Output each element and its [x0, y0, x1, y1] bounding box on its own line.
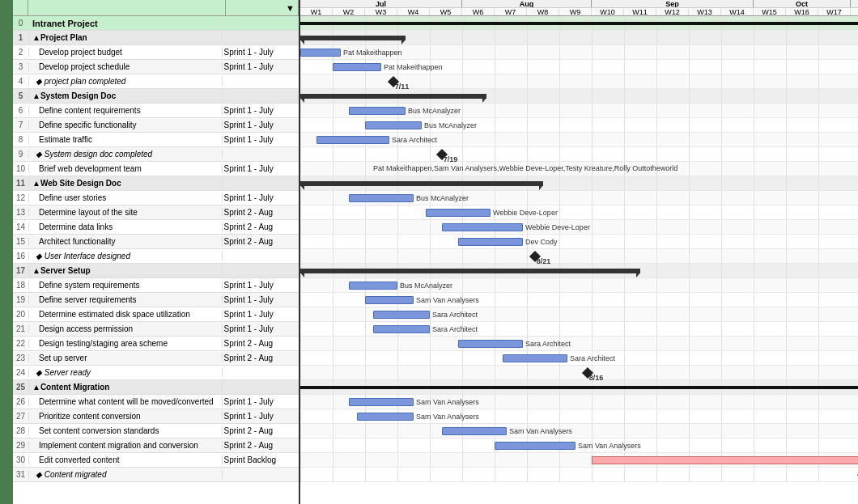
- task-name-cell: Design access permission: [29, 324, 223, 333]
- week-label: W1: [300, 8, 333, 15]
- task-row: 26Determine what content will be moved/c…: [13, 395, 299, 409]
- row-number: 20: [13, 310, 29, 319]
- row-number: 24: [13, 368, 29, 377]
- task-row: 20Determine estimated disk space utiliza…: [13, 307, 299, 322]
- task-name-cell: Implement content migration and conversi…: [29, 441, 223, 450]
- gantt-row-bg: [300, 104, 858, 118]
- sprint-cell: Sprint 1 - July: [223, 62, 299, 71]
- task-row: 30Edit converted contentSprint Backlog: [13, 453, 299, 468]
- task-name-header: [28, 0, 226, 15]
- week-label: W14: [721, 8, 754, 15]
- sprint-cell: Sprint Backlog: [223, 455, 299, 464]
- row-number: 22: [13, 339, 29, 348]
- task-name-cell: Edit converted content: [29, 455, 223, 464]
- row-number: 9: [13, 150, 29, 159]
- row-number: 23: [13, 354, 29, 362]
- task-name-cell: Set up server: [29, 354, 223, 362]
- task-name-cell: Determine data links: [29, 222, 223, 231]
- task-rows-container: 0Intranet Project1▲Project Plan2Develop …: [13, 16, 299, 482]
- task-row: 29Implement content migration and conver…: [13, 438, 299, 453]
- row-number: 1: [13, 33, 29, 42]
- row-number: 0: [13, 19, 29, 28]
- gantt-row-bg: [300, 438, 858, 453]
- row-number: 17: [13, 266, 29, 275]
- week-label: W4: [397, 8, 430, 15]
- week-label: W11: [624, 8, 656, 15]
- task-row: 23Set up serverSprint 2 - Aug: [13, 351, 299, 366]
- task-row: 15Architect functionalitySprint 2 - Aug: [13, 235, 299, 249]
- month-label: Jul: [300, 0, 462, 7]
- row-number: 29: [13, 441, 29, 450]
- row-number: 8: [13, 135, 29, 144]
- gantt-row-bg: [300, 468, 858, 482]
- gantt-row-bg: [300, 191, 858, 205]
- sprints-dropdown-icon: ▼: [286, 3, 295, 13]
- task-name-cell: Define specific functionality: [29, 121, 223, 129]
- task-row: 5▲System Design Doc: [13, 89, 299, 104]
- sprint-cell: Sprint 2 - Aug: [223, 354, 299, 362]
- row-number: 10: [13, 164, 29, 173]
- task-name-cell: ▲Server Setup: [29, 266, 223, 275]
- gantt-month-header: JulAugSepOct: [300, 0, 858, 8]
- task-row: 2Develop project budgetSprint 1 - July: [13, 45, 299, 60]
- task-row: 9◆ System design doc completed: [13, 147, 299, 162]
- row-number: 27: [13, 412, 29, 421]
- gantt-row-bg: [300, 162, 858, 176]
- sprint-cell: Sprint 1 - July: [223, 295, 299, 304]
- sprint-cell: Sprint 2 - Aug: [223, 237, 299, 246]
- task-row: 17▲Server Setup: [13, 264, 299, 278]
- task-table: ▼ 0Intranet Project1▲Project Plan2Develo…: [13, 0, 300, 504]
- gantt-row-bg: [300, 118, 858, 133]
- task-row: 31◆ Content migrated: [13, 468, 299, 482]
- task-row: 3Develop project scheduleSprint 1 - July: [13, 60, 299, 74]
- task-row: 18Define system requirementsSprint 1 - J…: [13, 278, 299, 293]
- row-number: 11: [13, 179, 29, 188]
- row-number: 4: [13, 77, 29, 86]
- gantt-row-bg: [300, 278, 858, 293]
- gantt-row-bg: [300, 249, 858, 264]
- gantt-row-bg: [300, 366, 858, 380]
- task-row: 11▲Web Site Design Doc: [13, 176, 299, 191]
- week-label: W13: [689, 8, 721, 15]
- task-name-cell: Develop project schedule: [29, 62, 223, 71]
- week-label: W7: [495, 8, 527, 15]
- month-label: Oct: [754, 0, 851, 7]
- task-row: 25▲Content Migration: [13, 380, 299, 395]
- week-label: W10: [592, 8, 624, 15]
- task-name-cell: ◆ System design doc completed: [29, 150, 223, 159]
- task-row: 22Design testing/staging area schemeSpri…: [13, 337, 299, 351]
- gantt-row-bg: [300, 220, 858, 235]
- sprint-cell: Sprint 2 - Aug: [223, 426, 299, 435]
- sprint-cell: Sprint 2 - Aug: [223, 339, 299, 348]
- gantt-row-bg: [300, 205, 858, 220]
- week-label: W15: [754, 8, 786, 15]
- sprint-cell: Sprint 1 - July: [223, 412, 299, 421]
- task-name-cell: Determine estimated disk space utilizati…: [29, 310, 223, 319]
- gantt-row-bg: [300, 16, 858, 31]
- week-label: W12: [656, 8, 689, 15]
- gantt-row-bg: [300, 322, 858, 337]
- task-name-cell: Design testing/staging area scheme: [29, 339, 223, 348]
- week-label: W5: [430, 8, 462, 15]
- row-number: 28: [13, 426, 29, 435]
- row-number: 30: [13, 455, 29, 464]
- row-number: 12: [13, 193, 29, 202]
- sprint-cell: Sprint 1 - July: [223, 106, 299, 115]
- task-row: 27Prioritize content conversionSprint 1 …: [13, 409, 299, 424]
- task-name-cell: Determine layout of the site: [29, 208, 223, 217]
- task-name-cell: ◆ User Interface designed: [29, 252, 223, 260]
- gantt-row-bg: [300, 264, 858, 278]
- row-number: 18: [13, 281, 29, 290]
- gantt-row-bg: [300, 89, 858, 104]
- month-label: Sep: [592, 0, 754, 7]
- row-number: 5: [13, 91, 29, 100]
- gantt-row-bg: [300, 45, 858, 60]
- task-name-cell: Intranet Project: [29, 19, 223, 28]
- task-name-cell: ◆ project plan completed: [29, 77, 223, 86]
- task-name-cell: Set content conversion standards: [29, 426, 223, 435]
- task-name-cell: Define server requirements: [29, 295, 223, 304]
- gantt-row-bg: [300, 337, 858, 351]
- week-label: W2: [333, 8, 365, 15]
- sprint-cell: Sprint 1 - July: [223, 310, 299, 319]
- task-name-cell: ◆ Server ready: [29, 368, 223, 377]
